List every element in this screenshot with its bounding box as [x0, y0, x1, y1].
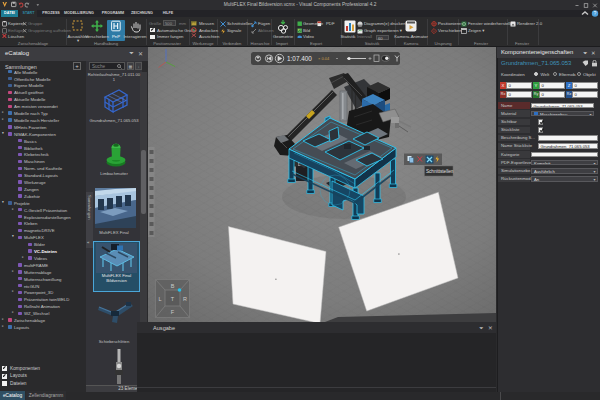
svg-text:1:07.400: 1:07.400	[287, 55, 312, 62]
svg-text:?: ?	[594, 10, 597, 16]
svg-text:L: L	[158, 296, 161, 302]
svg-text:R: R	[183, 296, 187, 302]
svg-text:B: B	[171, 283, 175, 289]
svg-text:× 0.04: × 0.04	[318, 56, 330, 61]
svg-text:Schnittstellen: Schnittstellen	[426, 169, 454, 174]
